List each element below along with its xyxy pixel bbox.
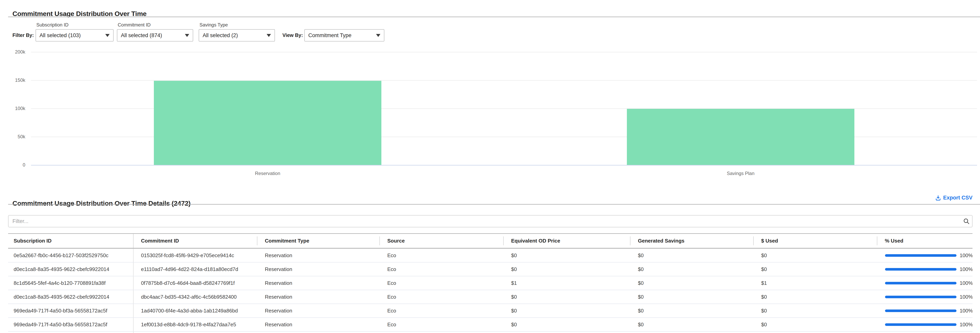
table-row-clipped [8, 331, 972, 333]
chevron-down-icon [267, 34, 271, 37]
column-header-subscription-id: Subscription ID [8, 234, 133, 248]
used-progress-bar [885, 296, 956, 298]
cell-commitment-id: dbc4aac7-bd35-4342-af6c-4c56b9582400 [133, 290, 257, 304]
cell-equivalent-od-price: $1 [503, 276, 630, 290]
view-by-value: Commitment Type [308, 32, 352, 38]
cell-subscription-id: 969eda49-717f-4a50-bf3a-56558172ac5f [8, 304, 133, 317]
details-section-title: Commitment Usage Distribution Over Time … [13, 199, 191, 207]
column-header-commitment-id: Commitment ID [133, 234, 257, 248]
table-row: 0e5a2667-fb0c-4456-b127-503f2529750c0153… [8, 249, 972, 263]
filter-by-label: Filter By: [13, 32, 34, 38]
cell-generated-savings: $0 [630, 304, 753, 317]
cell-subscription-id: 8c1d5645-5fef-4a4c-b120-7708891fa38f [8, 276, 133, 290]
cell-generated-savings: $0 [630, 318, 753, 331]
cell-used-percent: 100% [877, 304, 972, 317]
used-percent-label: 100% [960, 280, 972, 286]
table-row: d0ec1ca8-8a35-4935-9622-cbefc9922014dbc4… [8, 290, 972, 304]
cell-used-percent: 100% [877, 318, 972, 331]
savings-type-filter-dropdown[interactable]: All selected (2) [199, 29, 275, 41]
search-icon [963, 218, 970, 225]
filter-label-subscription-id: Subscription ID [37, 22, 68, 28]
chevron-down-icon [105, 34, 110, 37]
used-percent-label: 100% [960, 266, 972, 272]
used-progress-bar [885, 282, 956, 284]
cell-subscription-id: d0ec1ca8-8a35-4935-9622-cbefc9922014 [8, 263, 133, 276]
used-progress-bar [885, 309, 956, 312]
y-axis-tick-label: 0 [0, 162, 25, 168]
export-csv-label: Export CSV [943, 195, 972, 201]
view-by-label: View By: [282, 32, 303, 38]
cell-commitment-id: 1ef0013d-e8b8-4dc9-9178-e4fa27daa7e5 [133, 318, 257, 331]
dropdown-value: All selected (2) [203, 32, 238, 38]
cell-subscription-id: 969eda49-717f-4a50-bf3a-56558172ac5f [8, 318, 133, 331]
cell-used: $0 [753, 263, 877, 276]
cell-source: Eco [379, 276, 503, 290]
cell-commitment-type: Reservation [257, 304, 379, 317]
cell-generated-savings: $0 [630, 249, 753, 262]
used-percent-label: 100% [960, 322, 972, 328]
cell-source: Eco [379, 290, 503, 304]
column-header-source: Source [379, 234, 503, 248]
table-row: 8c1d5645-5fef-4a4c-b120-7708891fa38f0f78… [8, 276, 972, 290]
cell-commitment-id: e1110ad7-4d96-4d22-824a-d181a80ecd7d [133, 263, 257, 276]
table-header-row: Subscription IDCommitment IDCommitment T… [8, 234, 972, 248]
cell-used: $0 [753, 318, 877, 331]
cell-source: Eco [379, 304, 503, 317]
column-header-used: % Used [877, 234, 972, 248]
x-axis-label-reservation: Reservation [255, 170, 280, 176]
table-filter-input[interactable] [8, 215, 972, 227]
cell-used-percent: 100% [877, 249, 972, 262]
cell-equivalent-od-price: $0 [503, 304, 630, 317]
cell-used: $1 [753, 276, 877, 290]
cell-commitment-id: 0f7875b8-d7c6-46d4-baa8-d58247769f1f [133, 276, 257, 290]
chevron-down-icon [376, 34, 380, 37]
filter-label-commitment-id: Commitment ID [118, 22, 151, 28]
column-header-equivalent-od-price: Equivalent OD Price [503, 234, 630, 248]
subscription-id-filter-dropdown[interactable]: All selected (103) [35, 29, 114, 41]
dropdown-value: All selected (103) [40, 32, 81, 38]
cell-commitment-type: Reservation [257, 276, 379, 290]
y-axis-tick-label: 50k [0, 134, 25, 139]
gridline [31, 80, 977, 81]
used-percent-label: 100% [960, 308, 972, 314]
cell-source: Eco [379, 318, 503, 331]
table-row: d0ec1ca8-8a35-4935-9622-cbefc9922014e111… [8, 263, 972, 276]
cell-commitment-type: Reservation [257, 318, 379, 331]
y-axis-tick-label: 200k [0, 49, 25, 55]
cell-generated-savings: $0 [630, 290, 753, 304]
cell-equivalent-od-price: $0 [503, 318, 630, 331]
cell-commitment-type: Reservation [257, 249, 379, 262]
cell-used-percent: 100% [877, 263, 972, 276]
y-axis-tick-label: 150k [0, 77, 25, 83]
cell-generated-savings: $0 [630, 263, 753, 276]
chevron-down-icon [185, 34, 189, 37]
x-axis-line [31, 165, 977, 166]
cell-source: Eco [379, 249, 503, 262]
used-percent-label: 100% [960, 252, 972, 258]
cell-equivalent-od-price: $0 [503, 290, 630, 304]
cell-commitment-type: Reservation [257, 263, 379, 276]
cell-used-percent: 100% [877, 290, 972, 304]
bar-reservation[interactable] [154, 81, 381, 165]
commitment-usage-page: Commitment Usage Distribution Over Time … [0, 0, 980, 333]
dropdown-value: All selected (874) [121, 32, 162, 38]
used-progress-bar [885, 323, 956, 326]
cell-used: $0 [753, 249, 877, 262]
used-percent-label: 100% [960, 294, 972, 300]
cell-commitment-id: 0153025f-fcd8-45f6-9429-e705ece9414c [133, 249, 257, 262]
table-row: 969eda49-717f-4a50-bf3a-56558172ac5f1ef0… [8, 318, 972, 331]
bar-savings-plan[interactable] [627, 109, 854, 165]
used-progress-bar [885, 268, 956, 271]
view-by-dropdown[interactable]: Commitment Type [304, 29, 384, 41]
commitment-id-filter-dropdown[interactable]: All selected (874) [117, 29, 193, 41]
used-progress-bar [885, 254, 956, 257]
gridline [31, 52, 977, 53]
filter-label-savings-type: Savings Type [199, 22, 228, 28]
section-divider [8, 204, 980, 205]
export-csv-button[interactable]: Export CSV [935, 195, 972, 201]
cell-commitment-type: Reservation [257, 290, 379, 304]
cell-source: Eco [379, 263, 503, 276]
column-header-commitment-type: Commitment Type [257, 234, 379, 248]
section-divider [8, 17, 980, 17]
cell-commitment-id: 1ad40700-6f4e-4a3d-abba-1ab1249a86bd [133, 304, 257, 317]
